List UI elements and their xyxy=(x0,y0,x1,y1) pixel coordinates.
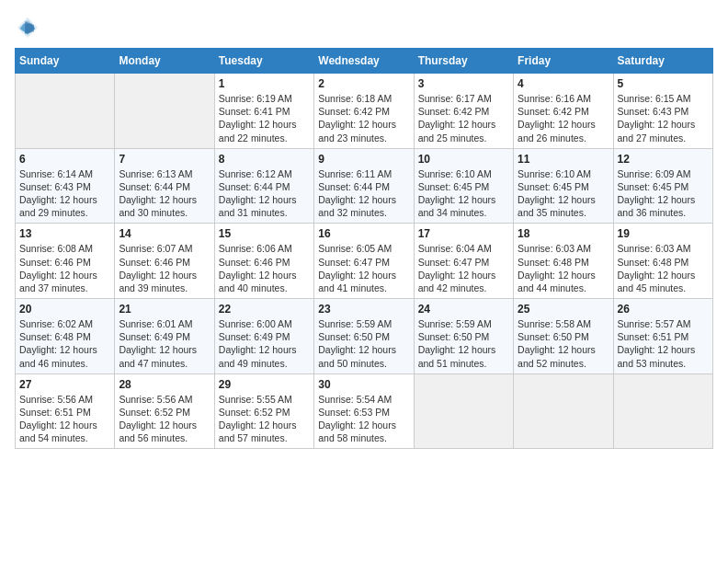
sunrise-text: Sunrise: 6:10 AM xyxy=(418,168,492,179)
cell-content: Sunrise: 6:03 AMSunset: 6:48 PMDaylight:… xyxy=(518,242,609,294)
sunset-text: Sunset: 6:52 PM xyxy=(219,407,290,418)
cell-content: Sunrise: 6:18 AMSunset: 6:42 PMDaylight:… xyxy=(318,92,409,144)
cell-content: Sunrise: 6:05 AMSunset: 6:47 PMDaylight:… xyxy=(318,242,409,294)
calendar-cell: 5Sunrise: 6:15 AMSunset: 6:43 PMDaylight… xyxy=(613,74,712,149)
sunrise-text: Sunrise: 6:07 AM xyxy=(119,243,192,254)
calendar-week-5: 27Sunrise: 5:56 AMSunset: 6:51 PMDayligh… xyxy=(16,373,713,449)
day-number: 17 xyxy=(418,227,509,240)
logo xyxy=(15,15,44,40)
sunset-text: Sunset: 6:42 PM xyxy=(518,106,589,117)
calendar-cell: 22Sunrise: 6:00 AMSunset: 6:49 PMDayligh… xyxy=(214,299,313,374)
day-number: 23 xyxy=(318,303,409,316)
day-number: 10 xyxy=(418,153,509,166)
calendar-cell: 19Sunrise: 6:03 AMSunset: 6:48 PMDayligh… xyxy=(613,224,712,299)
daylight-text: Daylight: 12 hours and 44 minutes. xyxy=(518,270,596,293)
day-number: 8 xyxy=(219,153,310,166)
sunrise-text: Sunrise: 5:59 AM xyxy=(418,318,492,329)
day-number: 2 xyxy=(318,77,409,90)
day-number: 11 xyxy=(518,153,609,166)
cell-content: Sunrise: 6:06 AMSunset: 6:46 PMDaylight:… xyxy=(219,242,310,294)
sunrise-text: Sunrise: 6:19 AM xyxy=(219,93,292,104)
day-number: 13 xyxy=(19,227,110,240)
sunrise-text: Sunrise: 6:02 AM xyxy=(19,318,93,329)
cell-content: Sunrise: 5:57 AMSunset: 6:51 PMDaylight:… xyxy=(618,317,709,370)
calendar-cell xyxy=(16,74,115,149)
sunset-text: Sunset: 6:51 PM xyxy=(19,407,91,418)
cell-content: Sunrise: 5:58 AMSunset: 6:50 PMDaylight:… xyxy=(518,317,609,370)
calendar-cell: 15Sunrise: 6:06 AMSunset: 6:46 PMDayligh… xyxy=(214,224,313,299)
calendar-week-1: 1Sunrise: 6:19 AMSunset: 6:41 PMDaylight… xyxy=(16,74,713,149)
calendar-cell xyxy=(514,373,613,449)
sunrise-text: Sunrise: 6:12 AM xyxy=(219,168,292,179)
cell-content: Sunrise: 5:59 AMSunset: 6:50 PMDaylight:… xyxy=(418,317,509,370)
daylight-text: Daylight: 12 hours and 40 minutes. xyxy=(219,270,297,293)
sunset-text: Sunset: 6:49 PM xyxy=(219,331,290,342)
sunset-text: Sunset: 6:50 PM xyxy=(418,331,490,342)
calendar-week-3: 13Sunrise: 6:08 AMSunset: 6:46 PMDayligh… xyxy=(16,224,713,299)
sunset-text: Sunset: 6:43 PM xyxy=(618,106,689,117)
daylight-text: Daylight: 12 hours and 42 minutes. xyxy=(418,270,496,293)
cell-content: Sunrise: 6:02 AMSunset: 6:48 PMDaylight:… xyxy=(19,317,110,370)
sunrise-text: Sunrise: 6:11 AM xyxy=(318,168,392,179)
calendar-cell: 4Sunrise: 6:16 AMSunset: 6:42 PMDaylight… xyxy=(514,74,613,149)
sunset-text: Sunset: 6:51 PM xyxy=(618,331,689,342)
day-header-wednesday: Wednesday xyxy=(314,49,414,74)
day-header-thursday: Thursday xyxy=(414,49,513,74)
logo-icon xyxy=(15,15,40,40)
sunset-text: Sunset: 6:52 PM xyxy=(119,407,190,418)
sunrise-text: Sunrise: 5:57 AM xyxy=(618,318,691,329)
sunset-text: Sunset: 6:42 PM xyxy=(318,106,390,117)
cell-content: Sunrise: 6:04 AMSunset: 6:47 PMDaylight:… xyxy=(418,242,509,294)
day-number: 18 xyxy=(518,227,609,240)
cell-content: Sunrise: 6:17 AMSunset: 6:42 PMDaylight:… xyxy=(418,92,509,144)
calendar-cell: 6Sunrise: 6:14 AMSunset: 6:43 PMDaylight… xyxy=(16,148,115,224)
daylight-text: Daylight: 12 hours and 25 minutes. xyxy=(418,119,496,143)
daylight-text: Daylight: 12 hours and 30 minutes. xyxy=(119,194,197,218)
day-number: 6 xyxy=(19,153,110,166)
sunset-text: Sunset: 6:45 PM xyxy=(418,181,490,192)
daylight-text: Daylight: 12 hours and 39 minutes. xyxy=(119,270,197,293)
daylight-text: Daylight: 12 hours and 57 minutes. xyxy=(219,419,297,443)
sunset-text: Sunset: 6:53 PM xyxy=(318,407,390,418)
sunset-text: Sunset: 6:50 PM xyxy=(518,331,589,342)
sunset-text: Sunset: 6:46 PM xyxy=(119,257,190,268)
sunset-text: Sunset: 6:44 PM xyxy=(318,181,390,192)
day-header-sunday: Sunday xyxy=(16,49,115,74)
cell-content: Sunrise: 6:01 AMSunset: 6:49 PMDaylight:… xyxy=(119,317,210,370)
calendar-cell: 16Sunrise: 6:05 AMSunset: 6:47 PMDayligh… xyxy=(314,224,414,299)
day-number: 29 xyxy=(219,378,310,391)
daylight-text: Daylight: 12 hours and 56 minutes. xyxy=(119,419,197,443)
sunset-text: Sunset: 6:45 PM xyxy=(618,181,689,192)
sunset-text: Sunset: 6:44 PM xyxy=(219,181,290,192)
day-header-monday: Monday xyxy=(115,49,214,74)
daylight-text: Daylight: 12 hours and 22 minutes. xyxy=(219,119,297,143)
sunrise-text: Sunrise: 6:18 AM xyxy=(318,93,392,104)
day-number: 4 xyxy=(518,77,609,90)
sunset-text: Sunset: 6:42 PM xyxy=(418,106,490,117)
sunset-text: Sunset: 6:47 PM xyxy=(318,257,390,268)
sunrise-text: Sunrise: 6:04 AM xyxy=(418,243,492,254)
cell-content: Sunrise: 6:07 AMSunset: 6:46 PMDaylight:… xyxy=(119,242,210,294)
daylight-text: Daylight: 12 hours and 34 minutes. xyxy=(418,194,496,218)
daylight-text: Daylight: 12 hours and 49 minutes. xyxy=(219,344,297,368)
day-header-friday: Friday xyxy=(514,49,613,74)
day-number: 7 xyxy=(119,153,210,166)
cell-content: Sunrise: 6:13 AMSunset: 6:44 PMDaylight:… xyxy=(119,167,210,220)
calendar-cell: 3Sunrise: 6:17 AMSunset: 6:42 PMDaylight… xyxy=(414,74,513,149)
sunrise-text: Sunrise: 5:59 AM xyxy=(318,318,392,329)
day-number: 19 xyxy=(618,227,709,240)
sunrise-text: Sunrise: 6:17 AM xyxy=(418,93,492,104)
day-number: 21 xyxy=(119,303,210,316)
day-number: 1 xyxy=(219,77,310,90)
cell-content: Sunrise: 6:11 AMSunset: 6:44 PMDaylight:… xyxy=(318,167,409,220)
calendar-cell xyxy=(613,373,712,449)
calendar-cell: 1Sunrise: 6:19 AMSunset: 6:41 PMDaylight… xyxy=(214,74,313,149)
calendar-cell: 24Sunrise: 5:59 AMSunset: 6:50 PMDayligh… xyxy=(414,299,513,374)
calendar-cell: 12Sunrise: 6:09 AMSunset: 6:45 PMDayligh… xyxy=(613,148,712,224)
cell-content: Sunrise: 5:56 AMSunset: 6:51 PMDaylight:… xyxy=(19,393,110,445)
daylight-text: Daylight: 12 hours and 51 minutes. xyxy=(418,344,496,368)
sunset-text: Sunset: 6:43 PM xyxy=(19,181,91,192)
sunrise-text: Sunrise: 6:10 AM xyxy=(518,168,591,179)
calendar-cell: 17Sunrise: 6:04 AMSunset: 6:47 PMDayligh… xyxy=(414,224,513,299)
sunrise-text: Sunrise: 6:13 AM xyxy=(119,168,192,179)
